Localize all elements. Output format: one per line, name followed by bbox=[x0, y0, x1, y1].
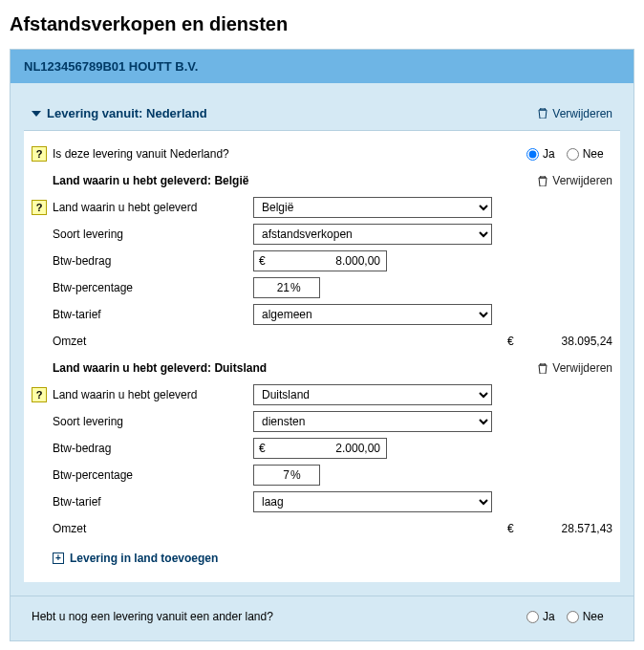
delivery-from-title: Levering vanuit: Nederland bbox=[47, 106, 207, 120]
question-other-country: Hebt u nog een levering vanuit een ander… bbox=[32, 610, 526, 623]
label-land-geleverd: Land waarin u hebt geleverd bbox=[53, 201, 253, 214]
select-tarief-0[interactable]: algemeen bbox=[253, 304, 492, 325]
omzet-value-1: 28.571,43 bbox=[536, 522, 612, 535]
input-btw-bedrag-0[interactable]: € bbox=[253, 250, 387, 271]
label-omzet: Omzet bbox=[53, 522, 253, 535]
radio-nee-other[interactable]: Nee bbox=[567, 610, 604, 623]
input-btw-bedrag-1[interactable]: € bbox=[253, 438, 387, 459]
trash-icon bbox=[538, 108, 547, 119]
select-soort-1[interactable]: diensten bbox=[253, 411, 492, 432]
add-country-button[interactable]: + Levering in land toevoegen bbox=[53, 546, 218, 565]
trash-icon bbox=[538, 176, 547, 186]
radio-nee-from-nl[interactable]: Nee bbox=[567, 147, 604, 161]
label-btw-tarief: Btw-tarief bbox=[53, 308, 253, 321]
select-land-1[interactable]: Duitsland bbox=[253, 384, 492, 405]
label-soort-levering: Soort levering bbox=[53, 228, 253, 241]
label-btw-bedrag: Btw-bedrag bbox=[53, 442, 253, 455]
page-title: Afstandsverkopen en diensten bbox=[10, 13, 634, 35]
delivery-from-header[interactable]: Levering vanuit: Nederland Verwijderen bbox=[24, 97, 620, 131]
country-1-header: Land waarin u hebt geleverd: Duitsland bbox=[53, 361, 538, 375]
delete-country-0-button[interactable]: Verwijderen bbox=[538, 174, 612, 187]
input-btw-pct-1[interactable]: % bbox=[253, 465, 320, 486]
delete-delivery-from-button[interactable]: Verwijderen bbox=[538, 107, 612, 120]
label-btw-percentage: Btw-percentage bbox=[53, 281, 253, 294]
chevron-down-icon bbox=[32, 111, 41, 117]
radio-ja-from-nl[interactable]: Ja bbox=[526, 147, 555, 161]
currency-symbol: € bbox=[507, 335, 536, 348]
label-btw-tarief: Btw-tarief bbox=[53, 495, 253, 509]
select-land-0[interactable]: België bbox=[253, 197, 492, 218]
company-id-header: NL123456789B01 HOUTT B.V. bbox=[11, 50, 633, 83]
help-icon[interactable]: ? bbox=[32, 200, 47, 215]
country-0-header: Land waarin u hebt geleverd: België bbox=[53, 174, 538, 187]
label-soort-levering: Soort levering bbox=[53, 415, 253, 428]
delete-country-1-button[interactable]: Verwijderen bbox=[538, 361, 612, 375]
label-btw-bedrag: Btw-bedrag bbox=[53, 254, 253, 268]
input-btw-pct-0[interactable]: % bbox=[253, 277, 320, 298]
currency-symbol: € bbox=[507, 522, 536, 535]
help-icon[interactable]: ? bbox=[32, 146, 47, 162]
main-panel: NL123456789B01 HOUTT B.V. Levering vanui… bbox=[10, 49, 634, 641]
help-icon[interactable]: ? bbox=[32, 387, 47, 402]
plus-icon: + bbox=[53, 552, 64, 564]
question-from-nl: Is deze levering vanuit Nederland? bbox=[53, 147, 526, 161]
select-soort-0[interactable]: afstandsverkopen bbox=[253, 224, 492, 245]
omzet-value-0: 38.095,24 bbox=[536, 335, 612, 348]
trash-icon bbox=[538, 363, 547, 374]
label-btw-percentage: Btw-percentage bbox=[53, 468, 253, 482]
label-land-geleverd: Land waarin u hebt geleverd bbox=[53, 388, 253, 401]
select-tarief-1[interactable]: laag bbox=[253, 491, 492, 512]
radio-ja-other[interactable]: Ja bbox=[526, 610, 555, 623]
label-omzet: Omzet bbox=[53, 335, 253, 348]
